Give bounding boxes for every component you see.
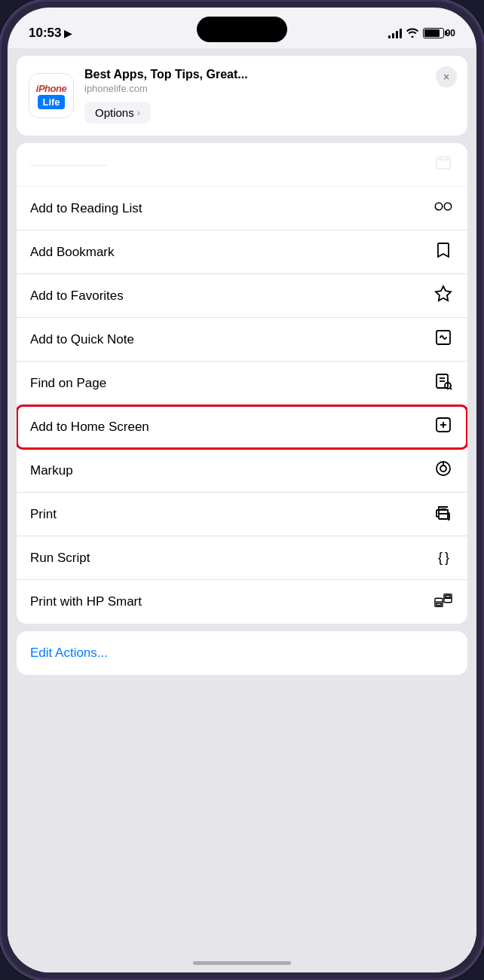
options-label: Options <box>95 106 134 119</box>
chevron-right-icon: › <box>137 107 140 118</box>
close-button[interactable]: × <box>436 66 457 87</box>
favorites-label: Add to Favorites <box>30 289 124 304</box>
location-icon: ▶ <box>64 28 72 39</box>
find-on-page-label: Find on Page <box>30 376 106 391</box>
bookmark-icon <box>433 241 454 263</box>
dynamic-island <box>197 17 287 42</box>
list-item-bookmark[interactable]: Add Bookmark <box>17 230 467 274</box>
signal-icon <box>388 28 402 38</box>
list-item-markup[interactable]: Markup <box>17 449 467 493</box>
svg-rect-15 <box>439 514 448 519</box>
print-icon <box>433 503 454 525</box>
app-icon-bottom-text: Life <box>38 95 64 109</box>
list-item-hp-smart[interactable]: Print with HP Smart <box>17 580 467 624</box>
menu-list: —————— Add to Reading List <box>17 143 467 965</box>
run-script-icon: { } <box>433 550 454 566</box>
share-url: iphonelife.com <box>84 83 455 94</box>
options-button[interactable]: Options › <box>84 102 151 124</box>
time-display: 10:53 <box>29 26 61 41</box>
list-item-truncated[interactable]: —————— <box>17 143 467 187</box>
svg-rect-22 <box>446 595 450 597</box>
home-indicator <box>193 961 291 965</box>
share-title: Best Apps, Top Tips, Great... <box>84 68 455 81</box>
quick-note-label: Add to Quick Note <box>30 332 134 347</box>
edit-actions-label: Edit Actions... <box>30 646 108 661</box>
truncated-icon <box>433 154 454 176</box>
run-script-label: Run Script <box>30 551 90 566</box>
edit-actions-section[interactable]: Edit Actions... <box>17 631 467 675</box>
screen: 10:53 ▶ <box>8 8 476 972</box>
share-info: Best Apps, Top Tips, Great... iphonelife… <box>84 68 455 124</box>
svg-point-13 <box>440 466 446 472</box>
wifi-icon <box>406 27 418 40</box>
hp-smart-icon <box>433 591 454 613</box>
list-item-print[interactable]: Print <box>17 493 467 536</box>
status-icons: 90 <box>388 27 455 40</box>
list-item-add-home-screen[interactable]: Add to Home Screen <box>17 405 467 449</box>
markup-label: Markup <box>30 463 73 478</box>
list-item-find-on-page[interactable]: Find on Page <box>17 362 467 405</box>
svg-point-2 <box>444 203 451 209</box>
bookmark-label: Add Bookmark <box>30 245 115 260</box>
list-item-favorites[interactable]: Add to Favorites <box>17 274 467 318</box>
battery-icon: 90 <box>423 28 455 38</box>
print-label: Print <box>30 507 57 522</box>
list-item-run-script[interactable]: Run Script { } <box>17 536 467 580</box>
truncated-label: —————— <box>30 157 107 172</box>
add-home-screen-label: Add to Home Screen <box>30 420 149 435</box>
svg-rect-0 <box>437 157 450 169</box>
main-content: iPhone Life Best Apps, Top Tips, Great..… <box>8 48 476 972</box>
phone-frame: 10:53 ▶ <box>0 0 484 980</box>
app-icon-top-text: iPhone <box>36 83 66 94</box>
markup-icon <box>433 459 454 481</box>
list-item-quick-note[interactable]: Add to Quick Note <box>17 318 467 362</box>
battery-level: 90 <box>446 28 455 38</box>
star-icon <box>433 285 454 307</box>
add-home-screen-icon <box>433 416 454 438</box>
share-header: iPhone Life Best Apps, Top Tips, Great..… <box>17 56 467 136</box>
svg-rect-16 <box>440 508 446 510</box>
reading-list-label: Add to Reading List <box>30 201 142 216</box>
close-icon: × <box>443 71 449 83</box>
list-item-reading-list[interactable]: Add to Reading List <box>17 187 467 230</box>
svg-rect-21 <box>437 603 441 605</box>
menu-section-top: —————— Add to Reading List <box>17 143 467 624</box>
quick-note-icon <box>433 328 454 350</box>
svg-line-8 <box>450 388 452 389</box>
find-on-page-icon <box>433 372 454 394</box>
app-icon: iPhone Life <box>29 73 74 118</box>
svg-point-1 <box>435 203 442 209</box>
hp-smart-label: Print with HP Smart <box>30 594 142 609</box>
reading-list-icon <box>433 197 454 219</box>
status-time: 10:53 ▶ <box>29 26 72 41</box>
